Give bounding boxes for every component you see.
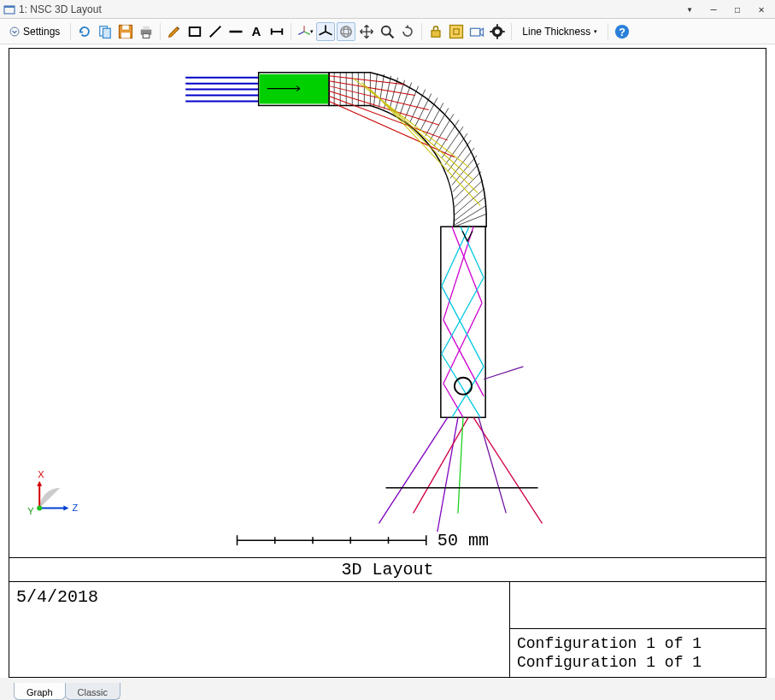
viewport-frame: X Y Z 50 mm 3D Layout 5/4/2018 <box>9 48 766 678</box>
svg-line-67 <box>420 98 437 132</box>
svg-line-71 <box>438 120 459 152</box>
chevron-down-icon <box>9 26 20 37</box>
svg-text:A: A <box>252 24 261 38</box>
axes-dropdown[interactable]: ▾ <box>296 22 314 41</box>
svg-line-110 <box>473 417 542 523</box>
svg-line-64 <box>405 86 419 120</box>
svg-point-2 <box>10 27 19 36</box>
settings-label: Settings <box>23 26 60 38</box>
config-block: Configuration 1 of 1 Configuration 1 of … <box>510 629 766 677</box>
svg-line-88 <box>329 97 448 141</box>
tab-classic[interactable]: Classic <box>65 683 120 700</box>
svg-rect-11 <box>190 27 201 36</box>
line-thickness-dropdown[interactable]: Line Thickness ▾ <box>516 22 603 41</box>
dropdown-button[interactable]: ▾ <box>681 3 698 16</box>
scale-label: 50 mm <box>437 531 489 550</box>
pencil-tool[interactable] <box>165 22 184 41</box>
date-label: 5/4/2018 <box>9 582 509 677</box>
zoom-tool[interactable] <box>378 22 396 41</box>
svg-point-24 <box>341 26 352 37</box>
svg-line-102 <box>442 354 480 417</box>
svg-line-23 <box>320 32 326 35</box>
wireframe-button[interactable] <box>337 22 355 41</box>
svg-point-34 <box>495 29 500 34</box>
rotate-tool[interactable] <box>398 22 417 41</box>
config-line-1: Configuration 1 of 1 <box>517 634 759 653</box>
axis-z-label: Z <box>72 503 78 514</box>
lock-button[interactable] <box>426 22 445 41</box>
svg-rect-7 <box>121 32 130 38</box>
svg-line-70 <box>434 114 454 146</box>
svg-rect-1 <box>4 6 15 8</box>
window-icon <box>3 3 15 15</box>
fit-button[interactable] <box>447 22 466 41</box>
svg-text:?: ? <box>619 26 625 38</box>
svg-rect-29 <box>432 30 440 37</box>
svg-line-93 <box>379 98 480 206</box>
svg-marker-118 <box>63 506 68 511</box>
svg-rect-9 <box>144 26 150 29</box>
window-title: 1: NSC 3D Layout <box>19 3 681 15</box>
svg-rect-10 <box>144 33 150 38</box>
toolbar: Settings A ▾ <box>0 19 775 44</box>
tab-classic-label: Classic <box>78 687 108 697</box>
window-controls: ▾ – ☐ ✕ <box>681 3 770 16</box>
refresh-button[interactable] <box>75 22 94 41</box>
dimension-tool[interactable] <box>267 22 286 41</box>
svg-line-19 <box>304 32 310 34</box>
svg-line-20 <box>299 32 305 34</box>
horizontal-line-tool[interactable] <box>226 22 245 41</box>
rectangle-tool[interactable] <box>185 22 204 41</box>
svg-line-97 <box>443 384 463 418</box>
svg-line-112 <box>479 417 506 513</box>
svg-line-68 <box>426 103 443 136</box>
svg-line-22 <box>326 32 332 35</box>
info-blank <box>510 582 766 629</box>
diagonal-line-tool[interactable] <box>206 22 225 41</box>
layout-title: 3D Layout <box>9 558 766 582</box>
titlebar: 1: NSC 3D Layout ▾ – ☐ ✕ <box>0 0 775 19</box>
svg-line-58 <box>373 74 377 107</box>
text-tool[interactable]: A <box>247 22 266 41</box>
save-button[interactable] <box>116 22 135 41</box>
settings-button[interactable]: Settings <box>3 22 66 41</box>
svg-point-119 <box>37 506 42 511</box>
separator <box>421 23 422 40</box>
axis-y-label: Y <box>27 506 34 516</box>
axes-view-button[interactable] <box>316 22 335 41</box>
drawing-canvas[interactable]: X Y Z 50 mm <box>9 49 766 557</box>
axis-x-label: X <box>38 469 44 479</box>
camera-button[interactable] <box>467 22 486 41</box>
line-thickness-label: Line Thickness <box>522 26 590 38</box>
minimize-button[interactable]: – <box>705 3 722 16</box>
copy-button[interactable] <box>96 22 114 41</box>
tab-graph[interactable]: Graph <box>14 683 66 700</box>
svg-line-28 <box>390 33 394 38</box>
target-button[interactable] <box>488 22 507 41</box>
separator <box>291 23 291 40</box>
svg-rect-4 <box>103 28 111 38</box>
svg-point-26 <box>343 26 349 37</box>
tab-graph-label: Graph <box>26 687 53 697</box>
maximize-button[interactable]: ☐ <box>729 3 746 16</box>
help-button[interactable]: ? <box>613 22 631 41</box>
separator <box>511 23 512 40</box>
svg-marker-116 <box>37 481 42 486</box>
info-panel: 3D Layout 5/4/2018 Configuration 1 of 1 … <box>9 557 766 677</box>
move-tool[interactable] <box>357 22 376 41</box>
close-button[interactable]: ✕ <box>753 3 770 16</box>
separator <box>608 23 608 40</box>
separator <box>70 23 71 40</box>
svg-line-83 <box>455 214 486 226</box>
separator <box>160 23 161 40</box>
svg-point-27 <box>382 26 390 34</box>
svg-point-25 <box>341 29 352 34</box>
svg-line-108 <box>437 417 458 532</box>
tabstrip: Graph Classic <box>0 678 775 700</box>
print-button[interactable] <box>137 22 156 41</box>
svg-rect-30 <box>450 25 463 38</box>
svg-line-113 <box>484 367 523 379</box>
svg-line-104 <box>442 286 484 367</box>
config-line-2: Configuration 1 of 1 <box>517 653 759 672</box>
svg-rect-32 <box>471 28 480 36</box>
